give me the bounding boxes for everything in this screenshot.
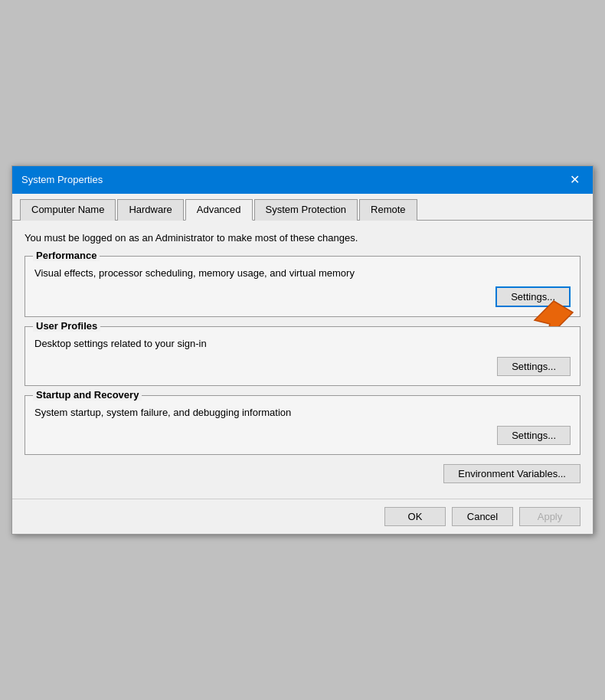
dialog-footer: OK Cancel Apply xyxy=(12,499,593,534)
performance-group: Performance Visual effects, processor sc… xyxy=(25,256,580,317)
startup-recovery-group: Startup and Recovery System startup, sys… xyxy=(25,395,580,455)
startup-recovery-settings-button[interactable]: Settings... xyxy=(497,426,571,445)
admin-notice: You must be logged on as an Administrato… xyxy=(25,231,580,245)
tab-advanced[interactable]: Advanced xyxy=(185,199,253,221)
user-profiles-label: User Profiles xyxy=(33,320,100,332)
performance-settings-row: Settings... xyxy=(34,286,571,307)
tab-remote[interactable]: Remote xyxy=(359,199,417,221)
startup-recovery-description: System startup, system failure, and debu… xyxy=(34,407,571,418)
tab-computer-name[interactable]: Computer Name xyxy=(20,199,116,221)
user-profiles-group: User Profiles Desktop settings related t… xyxy=(25,326,580,386)
tab-system-protection[interactable]: System Protection xyxy=(254,199,358,221)
environment-variables-row: Environment Variables... xyxy=(25,464,580,483)
tab-hardware[interactable]: Hardware xyxy=(117,199,183,221)
user-profiles-settings-row: Settings... xyxy=(34,357,571,376)
performance-settings-button[interactable]: Settings... xyxy=(495,286,571,307)
user-profiles-settings-button[interactable]: Settings... xyxy=(497,357,571,376)
performance-label: Performance xyxy=(33,250,100,261)
title-bar: System Properties ✕ xyxy=(12,166,593,194)
startup-recovery-label: Startup and Recovery xyxy=(33,389,142,401)
user-profiles-description: Desktop settings related to your sign-in xyxy=(34,338,571,349)
performance-description: Visual effects, processor scheduling, me… xyxy=(34,267,571,279)
system-properties-window: System Properties ✕ Computer Name Hardwa… xyxy=(11,165,594,535)
ok-button[interactable]: OK xyxy=(384,507,446,526)
window-title: System Properties xyxy=(21,174,103,185)
cancel-button[interactable]: Cancel xyxy=(452,507,513,526)
environment-variables-button[interactable]: Environment Variables... xyxy=(443,464,580,483)
apply-button[interactable]: Apply xyxy=(519,507,580,526)
close-button[interactable]: ✕ xyxy=(565,171,584,189)
tab-bar: Computer Name Hardware Advanced System P… xyxy=(12,194,593,221)
startup-recovery-settings-row: Settings... xyxy=(34,426,571,445)
tab-content: You must be logged on as an Administrato… xyxy=(12,221,593,499)
